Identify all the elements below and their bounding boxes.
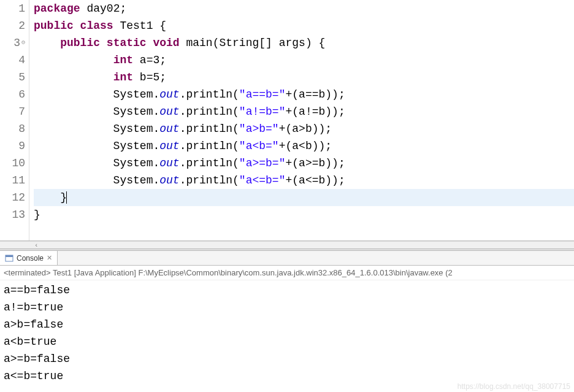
line-number: 10 xyxy=(0,155,25,172)
console-line: a==b=false xyxy=(4,282,570,299)
line-number: 13 xyxy=(0,206,25,223)
line-number: 12 xyxy=(0,189,25,206)
console-line: a>=b=false xyxy=(4,350,570,367)
code-line[interactable]: int a=3; xyxy=(34,52,574,69)
watermark: https://blog.csdn.net/qq_38007715 xyxy=(457,382,570,391)
line-number: 5 xyxy=(0,69,25,86)
code-line[interactable]: package day02; xyxy=(34,0,574,17)
close-icon[interactable]: ✕ xyxy=(47,254,52,262)
console-process-info: <terminated> Test1 [Java Application] F:… xyxy=(0,266,574,280)
line-number: 1 xyxy=(0,0,25,17)
text-cursor xyxy=(66,191,67,204)
console-panel: Console ✕ <terminated> Test1 [Java Appli… xyxy=(0,251,574,392)
line-number: 6 xyxy=(0,86,25,103)
line-number: 3⊖ xyxy=(0,34,25,52)
scroll-left-icon[interactable]: ‹ xyxy=(34,242,39,249)
line-number: 11 xyxy=(0,172,25,189)
console-tab-label: Console xyxy=(17,254,44,263)
code-line[interactable]: System.out.println("a<b="+(a<b)); xyxy=(34,137,574,155)
code-content[interactable]: package day02;public class Test1 { publi… xyxy=(33,0,574,240)
code-line[interactable]: System.out.println("a!=b="+(a!=b)); xyxy=(34,103,574,120)
code-line[interactable]: } xyxy=(34,189,574,206)
code-line[interactable]: System.out.println("a>b="+(a>b)); xyxy=(34,120,574,137)
code-line[interactable]: } xyxy=(34,206,574,223)
console-line: a<b=true xyxy=(4,333,570,350)
line-number-gutter: 123⊖45678910111213 xyxy=(0,0,29,240)
svg-rect-1 xyxy=(6,255,13,257)
console-icon xyxy=(5,254,13,263)
code-editor[interactable]: 123⊖45678910111213 package day02;public … xyxy=(0,0,574,241)
code-line[interactable]: public class Test1 { xyxy=(34,17,574,34)
horizontal-scrollbar[interactable]: ‹ xyxy=(0,241,574,248)
console-tab-bar: Console ✕ xyxy=(0,251,574,266)
console-line: a>b=false xyxy=(4,316,570,333)
line-number: 9 xyxy=(0,137,25,155)
code-line[interactable]: System.out.println("a>=b="+(a>=b)); xyxy=(34,155,574,172)
line-number: 7 xyxy=(0,103,25,120)
line-number: 8 xyxy=(0,120,25,137)
console-line: a!=b=true xyxy=(4,299,570,316)
line-number: 4 xyxy=(0,52,25,69)
code-line[interactable]: System.out.println("a==b="+(a==b)); xyxy=(34,86,574,103)
console-tab[interactable]: Console ✕ xyxy=(0,251,58,265)
code-line[interactable]: int b=5; xyxy=(34,69,574,86)
code-line[interactable]: public static void main(String[] args) { xyxy=(34,34,574,52)
line-number: 2 xyxy=(0,17,25,34)
code-line[interactable]: System.out.println("a<=b="+(a<=b)); xyxy=(34,172,574,189)
console-output[interactable]: a==b=falsea!=b=truea>b=falsea<b=truea>=b… xyxy=(0,280,574,386)
